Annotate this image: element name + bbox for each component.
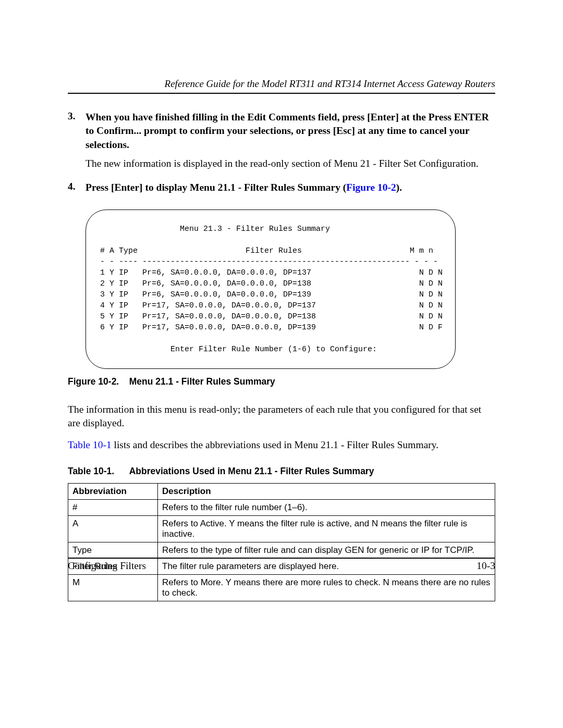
fig-row-6: 6 Y IP Pr=17, SA=0.0.0.0, DA=0.0.0.0, DP… xyxy=(95,323,443,332)
figure-caption-label: Figure 10-2. xyxy=(68,376,119,387)
fig-title: Menu 21.3 - Filter Rules Summary xyxy=(95,225,330,233)
cell-desc: Refers to the type of filter rule and ca… xyxy=(158,542,495,558)
fig-head: # A Type Filter Rules M m n xyxy=(95,246,433,255)
table-caption: Table 10-1. Abbreviations Used in Menu 2… xyxy=(68,466,495,477)
step-4-number: 4. xyxy=(68,181,85,194)
table-row: # Refers to the filter rule number (1–6)… xyxy=(68,499,495,515)
footer-rule xyxy=(68,558,495,558)
header-rule xyxy=(68,93,495,94)
fig-prompt: Enter Filter Rule Number (1-6) to Config… xyxy=(95,345,377,354)
cell-abbr: A xyxy=(68,515,158,542)
footer-section-name: Configuring Filters xyxy=(68,560,146,572)
figure-xref[interactable]: Figure 10-2 xyxy=(346,182,396,193)
paragraph-table-intro: Table 10-1 lists and describes the abbre… xyxy=(68,438,495,452)
figure-terminal-box: Menu 21.3 - Filter Rules Summary # A Typ… xyxy=(85,209,456,369)
step-3-number: 3. xyxy=(68,110,85,152)
table-caption-text: Abbreviations Used in Menu 21.1 - Filter… xyxy=(129,466,374,476)
step-4-text-b: ). xyxy=(396,182,402,193)
figure-caption: Figure 10-2. Menu 21.1 - Filter Rules Su… xyxy=(68,376,495,387)
step-3: 3. When you have finished filling in the… xyxy=(68,110,495,152)
th-description: Description xyxy=(158,483,495,499)
fig-rule: - - ---- -------------------------------… xyxy=(95,257,438,266)
fig-row-5: 5 Y IP Pr=17, SA=0.0.0.0, DA=0.0.0.0, DP… xyxy=(95,312,443,321)
table-row: A Refers to Active. Y means the filter r… xyxy=(68,515,495,542)
table-caption-label: Table 10-1. xyxy=(68,466,114,476)
cell-desc: Refers to Active. Y means the filter rul… xyxy=(158,515,495,542)
table-xref[interactable]: Table 10-1 xyxy=(68,439,112,450)
fig-row-3: 3 Y IP Pr=6, SA=0.0.0.0, DA=0.0.0.0, DP=… xyxy=(95,290,443,299)
table-row: M Refers to More. Y means there are more… xyxy=(68,574,495,601)
step-3-instruction: When you have finished filling in the Ed… xyxy=(85,110,495,152)
cell-desc: Refers to More. Y means there are more r… xyxy=(158,574,495,601)
fig-row-1: 1 Y IP Pr=6, SA=0.0.0.0, DA=0.0.0.0, DP=… xyxy=(95,268,443,277)
cell-abbr: Type xyxy=(68,542,158,558)
step-4-instruction: Press [Enter] to display Menu 21.1 - Fil… xyxy=(85,181,495,194)
fig-row-2: 2 Y IP Pr=6, SA=0.0.0.0, DA=0.0.0.0, DP=… xyxy=(95,279,443,288)
abbreviations-table: Abbreviation Description # Refers to the… xyxy=(68,483,495,601)
figure-caption-text: Menu 21.1 - Filter Rules Summary xyxy=(129,376,275,387)
page: Reference Guide for the Model RT311 and … xyxy=(0,0,563,728)
step-4: 4. Press [Enter] to display Menu 21.1 - … xyxy=(68,181,495,194)
cell-abbr: # xyxy=(68,499,158,515)
paragraph-readonly-note: The information in this menu is read-onl… xyxy=(68,403,495,430)
table-intro-rest: lists and describes the abbreviations us… xyxy=(112,439,439,450)
page-footer: Configuring Filters 10-3 xyxy=(68,558,495,572)
table-header-row: Abbreviation Description xyxy=(68,483,495,499)
fig-row-4: 4 Y IP Pr=17, SA=0.0.0.0, DA=0.0.0.0, DP… xyxy=(95,301,443,310)
step-4-text-a: Press [Enter] to display Menu 21.1 - Fil… xyxy=(85,182,346,193)
table-row: Type Refers to the type of filter rule a… xyxy=(68,542,495,558)
cell-abbr: M xyxy=(68,574,158,601)
step-3-note: The new information is displayed in the … xyxy=(85,157,495,170)
cell-desc: Refers to the filter rule number (1–6). xyxy=(158,499,495,515)
running-header: Reference Guide for the Model RT311 and … xyxy=(68,78,495,90)
th-abbreviation: Abbreviation xyxy=(68,483,158,499)
footer-page-number: 10-3 xyxy=(476,560,495,572)
